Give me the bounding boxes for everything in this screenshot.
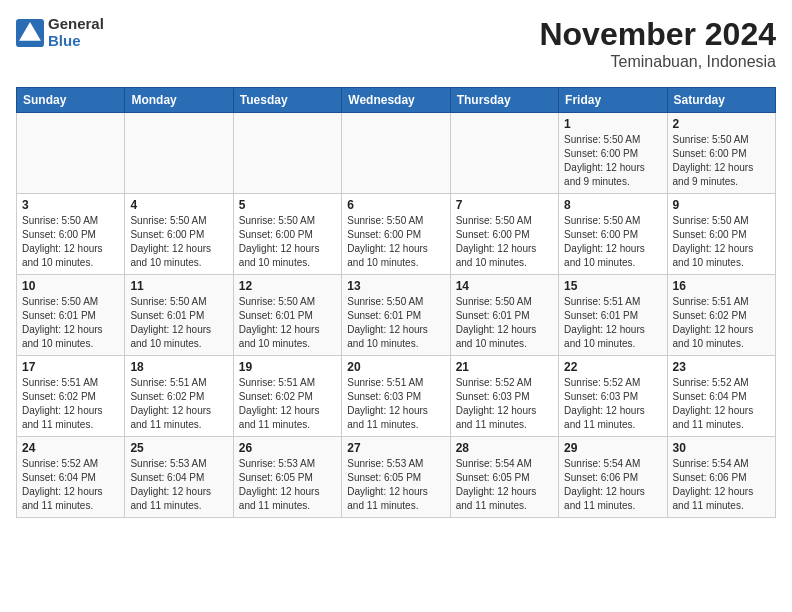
- day-info: Sunrise: 5:53 AM Sunset: 6:04 PM Dayligh…: [130, 457, 227, 513]
- day-number: 4: [130, 198, 227, 212]
- calendar-subtitle: Teminabuan, Indonesia: [539, 53, 776, 71]
- day-number: 10: [22, 279, 119, 293]
- day-info: Sunrise: 5:51 AM Sunset: 6:03 PM Dayligh…: [347, 376, 444, 432]
- page-header: General Blue November 2024 Teminabuan, I…: [16, 16, 776, 71]
- day-number: 23: [673, 360, 770, 374]
- calendar-cell: [342, 113, 450, 194]
- calendar-cell: 10Sunrise: 5:50 AM Sunset: 6:01 PM Dayli…: [17, 275, 125, 356]
- day-info: Sunrise: 5:52 AM Sunset: 6:03 PM Dayligh…: [564, 376, 661, 432]
- calendar-cell: 23Sunrise: 5:52 AM Sunset: 6:04 PM Dayli…: [667, 356, 775, 437]
- day-info: Sunrise: 5:51 AM Sunset: 6:02 PM Dayligh…: [239, 376, 336, 432]
- day-info: Sunrise: 5:51 AM Sunset: 6:02 PM Dayligh…: [130, 376, 227, 432]
- day-info: Sunrise: 5:50 AM Sunset: 6:00 PM Dayligh…: [22, 214, 119, 270]
- day-number: 2: [673, 117, 770, 131]
- day-number: 19: [239, 360, 336, 374]
- day-number: 8: [564, 198, 661, 212]
- day-info: Sunrise: 5:53 AM Sunset: 6:05 PM Dayligh…: [239, 457, 336, 513]
- day-info: Sunrise: 5:50 AM Sunset: 6:01 PM Dayligh…: [22, 295, 119, 351]
- column-header-thursday: Thursday: [450, 88, 558, 113]
- day-number: 25: [130, 441, 227, 455]
- calendar-cell: 20Sunrise: 5:51 AM Sunset: 6:03 PM Dayli…: [342, 356, 450, 437]
- column-header-monday: Monday: [125, 88, 233, 113]
- calendar-cell: 9Sunrise: 5:50 AM Sunset: 6:00 PM Daylig…: [667, 194, 775, 275]
- day-info: Sunrise: 5:50 AM Sunset: 6:00 PM Dayligh…: [564, 133, 661, 189]
- week-row-4: 17Sunrise: 5:51 AM Sunset: 6:02 PM Dayli…: [17, 356, 776, 437]
- calendar-cell: 30Sunrise: 5:54 AM Sunset: 6:06 PM Dayli…: [667, 437, 775, 518]
- day-info: Sunrise: 5:50 AM Sunset: 6:00 PM Dayligh…: [239, 214, 336, 270]
- calendar-title: November 2024: [539, 16, 776, 53]
- column-header-tuesday: Tuesday: [233, 88, 341, 113]
- day-number: 18: [130, 360, 227, 374]
- calendar-cell: 8Sunrise: 5:50 AM Sunset: 6:00 PM Daylig…: [559, 194, 667, 275]
- calendar-cell: 26Sunrise: 5:53 AM Sunset: 6:05 PM Dayli…: [233, 437, 341, 518]
- day-number: 9: [673, 198, 770, 212]
- column-header-friday: Friday: [559, 88, 667, 113]
- calendar-cell: 17Sunrise: 5:51 AM Sunset: 6:02 PM Dayli…: [17, 356, 125, 437]
- column-header-sunday: Sunday: [17, 88, 125, 113]
- day-number: 13: [347, 279, 444, 293]
- day-info: Sunrise: 5:50 AM Sunset: 6:00 PM Dayligh…: [673, 133, 770, 189]
- day-number: 15: [564, 279, 661, 293]
- day-info: Sunrise: 5:51 AM Sunset: 6:02 PM Dayligh…: [673, 295, 770, 351]
- calendar-cell: 5Sunrise: 5:50 AM Sunset: 6:00 PM Daylig…: [233, 194, 341, 275]
- day-info: Sunrise: 5:54 AM Sunset: 6:06 PM Dayligh…: [673, 457, 770, 513]
- calendar-cell: 24Sunrise: 5:52 AM Sunset: 6:04 PM Dayli…: [17, 437, 125, 518]
- logo-icon: [16, 19, 44, 47]
- day-info: Sunrise: 5:53 AM Sunset: 6:05 PM Dayligh…: [347, 457, 444, 513]
- day-number: 5: [239, 198, 336, 212]
- day-info: Sunrise: 5:50 AM Sunset: 6:01 PM Dayligh…: [456, 295, 553, 351]
- calendar-cell: 29Sunrise: 5:54 AM Sunset: 6:06 PM Dayli…: [559, 437, 667, 518]
- day-info: Sunrise: 5:50 AM Sunset: 6:00 PM Dayligh…: [347, 214, 444, 270]
- day-number: 24: [22, 441, 119, 455]
- day-info: Sunrise: 5:54 AM Sunset: 6:06 PM Dayligh…: [564, 457, 661, 513]
- logo-text: General Blue: [48, 16, 104, 49]
- day-number: 22: [564, 360, 661, 374]
- calendar-cell: 28Sunrise: 5:54 AM Sunset: 6:05 PM Dayli…: [450, 437, 558, 518]
- day-info: Sunrise: 5:50 AM Sunset: 6:00 PM Dayligh…: [456, 214, 553, 270]
- day-number: 12: [239, 279, 336, 293]
- calendar-cell: 4Sunrise: 5:50 AM Sunset: 6:00 PM Daylig…: [125, 194, 233, 275]
- week-row-5: 24Sunrise: 5:52 AM Sunset: 6:04 PM Dayli…: [17, 437, 776, 518]
- day-info: Sunrise: 5:50 AM Sunset: 6:00 PM Dayligh…: [564, 214, 661, 270]
- logo: General Blue: [16, 16, 104, 49]
- title-block: November 2024 Teminabuan, Indonesia: [539, 16, 776, 71]
- day-info: Sunrise: 5:50 AM Sunset: 6:01 PM Dayligh…: [347, 295, 444, 351]
- calendar-cell: 21Sunrise: 5:52 AM Sunset: 6:03 PM Dayli…: [450, 356, 558, 437]
- column-header-saturday: Saturday: [667, 88, 775, 113]
- calendar-cell: 27Sunrise: 5:53 AM Sunset: 6:05 PM Dayli…: [342, 437, 450, 518]
- day-number: 29: [564, 441, 661, 455]
- calendar-cell: 15Sunrise: 5:51 AM Sunset: 6:01 PM Dayli…: [559, 275, 667, 356]
- week-row-1: 1Sunrise: 5:50 AM Sunset: 6:00 PM Daylig…: [17, 113, 776, 194]
- day-number: 20: [347, 360, 444, 374]
- day-info: Sunrise: 5:54 AM Sunset: 6:05 PM Dayligh…: [456, 457, 553, 513]
- day-info: Sunrise: 5:52 AM Sunset: 6:04 PM Dayligh…: [22, 457, 119, 513]
- calendar-cell: 11Sunrise: 5:50 AM Sunset: 6:01 PM Dayli…: [125, 275, 233, 356]
- column-header-wednesday: Wednesday: [342, 88, 450, 113]
- day-number: 6: [347, 198, 444, 212]
- calendar-cell: 19Sunrise: 5:51 AM Sunset: 6:02 PM Dayli…: [233, 356, 341, 437]
- calendar-cell: 6Sunrise: 5:50 AM Sunset: 6:00 PM Daylig…: [342, 194, 450, 275]
- day-number: 3: [22, 198, 119, 212]
- calendar-cell: 12Sunrise: 5:50 AM Sunset: 6:01 PM Dayli…: [233, 275, 341, 356]
- calendar-cell: [125, 113, 233, 194]
- calendar-cell: 13Sunrise: 5:50 AM Sunset: 6:01 PM Dayli…: [342, 275, 450, 356]
- week-row-3: 10Sunrise: 5:50 AM Sunset: 6:01 PM Dayli…: [17, 275, 776, 356]
- calendar-table: SundayMondayTuesdayWednesdayThursdayFrid…: [16, 87, 776, 518]
- day-info: Sunrise: 5:50 AM Sunset: 6:00 PM Dayligh…: [673, 214, 770, 270]
- day-info: Sunrise: 5:50 AM Sunset: 6:01 PM Dayligh…: [130, 295, 227, 351]
- calendar-cell: 7Sunrise: 5:50 AM Sunset: 6:00 PM Daylig…: [450, 194, 558, 275]
- calendar-cell: [17, 113, 125, 194]
- day-info: Sunrise: 5:51 AM Sunset: 6:02 PM Dayligh…: [22, 376, 119, 432]
- calendar-cell: 1Sunrise: 5:50 AM Sunset: 6:00 PM Daylig…: [559, 113, 667, 194]
- calendar-cell: 16Sunrise: 5:51 AM Sunset: 6:02 PM Dayli…: [667, 275, 775, 356]
- calendar-header-row: SundayMondayTuesdayWednesdayThursdayFrid…: [17, 88, 776, 113]
- calendar-cell: [450, 113, 558, 194]
- day-info: Sunrise: 5:50 AM Sunset: 6:00 PM Dayligh…: [130, 214, 227, 270]
- week-row-2: 3Sunrise: 5:50 AM Sunset: 6:00 PM Daylig…: [17, 194, 776, 275]
- calendar-cell: 18Sunrise: 5:51 AM Sunset: 6:02 PM Dayli…: [125, 356, 233, 437]
- day-number: 1: [564, 117, 661, 131]
- day-info: Sunrise: 5:50 AM Sunset: 6:01 PM Dayligh…: [239, 295, 336, 351]
- calendar-cell: 2Sunrise: 5:50 AM Sunset: 6:00 PM Daylig…: [667, 113, 775, 194]
- day-number: 7: [456, 198, 553, 212]
- day-number: 30: [673, 441, 770, 455]
